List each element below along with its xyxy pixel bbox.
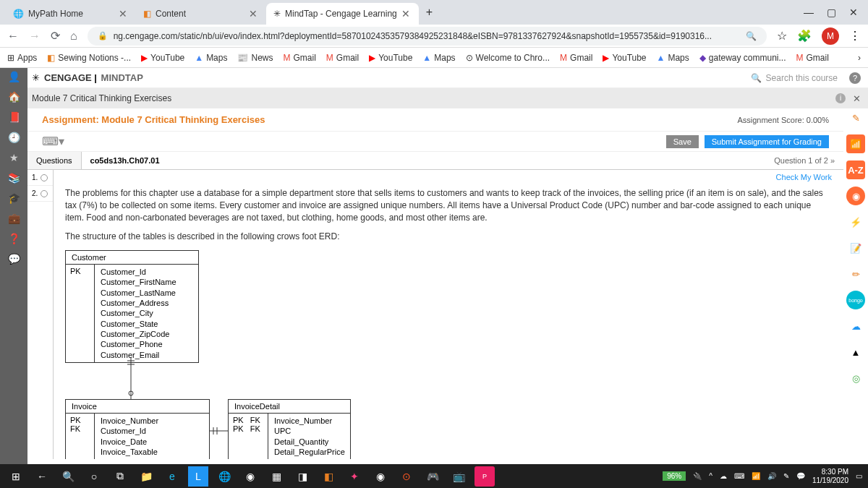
- bookmark-youtube3[interactable]: ▶ YouTube: [603, 53, 646, 63]
- power-icon[interactable]: 🔌: [693, 472, 702, 480]
- extension-icon[interactable]: 🧩: [797, 29, 812, 43]
- keyboard-icon[interactable]: ⌨▾: [42, 134, 64, 148]
- app9-icon[interactable]: P: [475, 466, 495, 487]
- minimize-icon[interactable]: —: [804, 7, 814, 18]
- app7-icon[interactable]: 🎮: [422, 466, 443, 487]
- reload-icon[interactable]: ⟳: [51, 29, 60, 43]
- app-icon[interactable]: L: [188, 466, 208, 487]
- tab-mypath[interactable]: 🌐 MyPath Home ✕: [6, 3, 136, 25]
- bookmark-chrome[interactable]: ⊙ Welcome to Chro...: [466, 53, 550, 63]
- edge-icon[interactable]: 🌐: [214, 466, 234, 487]
- question-item-2[interactable]: 2.: [27, 186, 53, 202]
- home-icon[interactable]: 🏠: [8, 91, 20, 103]
- overflow-icon[interactable]: ›: [858, 53, 861, 63]
- question-item-1[interactable]: 1.: [27, 170, 53, 186]
- action-icon[interactable]: 💬: [796, 472, 805, 480]
- note-icon[interactable]: 📝: [846, 239, 865, 257]
- tab-content[interactable]: ◧ Content ✕: [136, 3, 266, 25]
- drive-icon[interactable]: ▲: [846, 343, 865, 361]
- check-work-link[interactable]: Check My Work: [776, 173, 832, 181]
- ie-icon[interactable]: e: [162, 466, 182, 487]
- bookmark-gateway[interactable]: ◆ gateway communi...: [699, 53, 786, 63]
- save-button[interactable]: Save: [666, 135, 699, 148]
- info-icon[interactable]: i: [835, 93, 846, 103]
- bookmark-news[interactable]: 📰 News: [237, 53, 273, 63]
- back-icon[interactable]: ←: [7, 30, 19, 43]
- star-icon[interactable]: ☆: [777, 29, 787, 43]
- library-icon[interactable]: 📚: [8, 172, 20, 184]
- submit-button[interactable]: Submit Assignment for Grading: [705, 135, 829, 148]
- search-icon[interactable]: 🔍: [58, 466, 78, 487]
- pen-icon[interactable]: ✎: [783, 472, 789, 480]
- app6-icon[interactable]: ⊙: [396, 466, 417, 487]
- flash-icon[interactable]: ⚡: [846, 213, 865, 231]
- bookmark-maps2[interactable]: ▲ Maps: [422, 53, 455, 63]
- chevron-up-icon[interactable]: ^: [709, 472, 712, 480]
- home-icon[interactable]: ⌂: [70, 30, 77, 43]
- close-icon[interactable]: ✕: [401, 8, 412, 20]
- clock-icon[interactable]: 🕘: [8, 132, 20, 143]
- bookmark-youtube[interactable]: ▶ YouTube: [141, 53, 184, 63]
- rss-icon[interactable]: 📶: [846, 134, 865, 153]
- app5-icon[interactable]: ◉: [370, 466, 391, 487]
- cortana-icon[interactable]: ○: [84, 466, 104, 487]
- erd-customer: Customer PK Customer_Id Customer_FirstNa…: [65, 250, 199, 363]
- start-icon[interactable]: ⊞: [6, 466, 26, 487]
- app8-icon[interactable]: 📺: [448, 466, 469, 487]
- keyboard-icon[interactable]: ⌨: [734, 472, 744, 480]
- profile-badge[interactable]: M: [822, 27, 839, 45]
- office-icon[interactable]: ◧: [318, 466, 339, 487]
- app2-icon[interactable]: ▦: [266, 466, 286, 487]
- close-window-icon[interactable]: ✕: [849, 7, 858, 18]
- briefcase-icon[interactable]: 💼: [8, 213, 20, 224]
- tab-mindtap[interactable]: ✳ MindTap - Cengage Learning ✕: [266, 3, 419, 25]
- bookmark-sewing[interactable]: ◧ Sewing Notions -...: [47, 53, 131, 63]
- volume-icon[interactable]: 🔊: [767, 472, 776, 480]
- user-icon[interactable]: 👤: [8, 71, 20, 82]
- book-icon[interactable]: 📕: [8, 111, 20, 123]
- help-icon[interactable]: ?: [849, 72, 861, 84]
- draw-icon[interactable]: ✏: [846, 265, 865, 283]
- target-icon[interactable]: ◎: [846, 369, 865, 388]
- bongo-icon[interactable]: bongo: [846, 291, 865, 309]
- star-icon[interactable]: ★: [9, 152, 19, 163]
- forward-icon[interactable]: →: [29, 30, 41, 43]
- bookmark-maps3[interactable]: ▲ Maps: [657, 53, 689, 63]
- apps-icon[interactable]: ⊞ Apps: [7, 53, 37, 63]
- close-icon[interactable]: ✕: [853, 93, 861, 104]
- cloud-icon[interactable]: ☁: [720, 472, 727, 480]
- search-course[interactable]: 🔍 Search this course ?: [751, 72, 861, 84]
- maximize-icon[interactable]: ▢: [827, 7, 836, 18]
- cloud-icon[interactable]: ☁: [846, 317, 865, 335]
- bookmark-gmail[interactable]: M Gmail: [283, 53, 315, 63]
- bookmark-gmail3[interactable]: M Gmail: [560, 53, 592, 63]
- explorer-icon[interactable]: 📁: [136, 466, 156, 487]
- notification-icon[interactable]: ▭: [856, 472, 862, 480]
- bookmark-gmail4[interactable]: M Gmail: [796, 53, 829, 63]
- clock[interactable]: 8:30 PM 11/19/2020: [812, 468, 848, 485]
- app4-icon[interactable]: ✦: [344, 466, 365, 487]
- app3-icon[interactable]: ◨: [292, 466, 312, 487]
- battery-indicator[interactable]: 96%: [663, 471, 686, 481]
- taskview-icon[interactable]: ⧉: [110, 466, 130, 487]
- new-tab-icon[interactable]: +: [419, 6, 440, 19]
- wifi-icon[interactable]: 📶: [752, 472, 760, 480]
- close-icon[interactable]: ✕: [119, 8, 129, 20]
- grad-icon[interactable]: 🎓: [8, 192, 20, 204]
- url-bar[interactable]: 🔒 ng.cengage.com/static/nb/ui/evo/index.…: [88, 27, 767, 46]
- bookmark-gmail2[interactable]: M Gmail: [326, 53, 359, 63]
- erd-title: InvoiceDetail: [229, 400, 350, 414]
- menu-icon[interactable]: ⋮: [849, 29, 861, 43]
- az-tool[interactable]: A-Z: [846, 160, 865, 179]
- bookmark-maps[interactable]: ▲ Maps: [195, 53, 227, 63]
- edit-icon[interactable]: ✎: [846, 108, 865, 127]
- chrome-icon[interactable]: ◉: [240, 466, 260, 487]
- help-icon[interactable]: ❓: [8, 233, 20, 244]
- circle-icon[interactable]: ◉: [846, 187, 865, 205]
- question-counter[interactable]: Question 1 of 2 »: [765, 152, 843, 169]
- bookmark-youtube2[interactable]: ▶ YouTube: [369, 53, 412, 63]
- back-icon[interactable]: ←: [32, 466, 52, 487]
- chat-icon[interactable]: 💬: [8, 253, 20, 265]
- close-icon[interactable]: ✕: [249, 8, 259, 20]
- search-icon[interactable]: 🔍: [746, 31, 757, 41]
